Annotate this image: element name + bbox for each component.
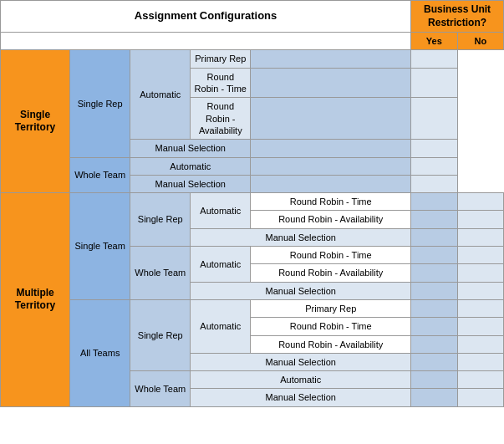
rr-avail-at-1: Round Robin - Availability bbox=[251, 335, 411, 353]
no-cell bbox=[457, 318, 503, 335]
whole-team-mt-cell: Whole Team bbox=[130, 247, 191, 300]
yes-cell bbox=[251, 98, 411, 140]
automatic-cell-1: Automatic bbox=[130, 50, 191, 140]
multiple-territory-cell: Multiple Territory bbox=[1, 193, 70, 407]
yes-cell bbox=[411, 264, 457, 282]
manual-sel-at-1: Manual Selection bbox=[191, 353, 411, 370]
yes-cell bbox=[251, 157, 411, 175]
no-cell bbox=[457, 299, 503, 317]
yes-cell bbox=[411, 389, 457, 406]
yes-cell bbox=[411, 318, 457, 335]
yes-cell bbox=[411, 353, 457, 370]
no-cell bbox=[457, 335, 503, 353]
yes-cell bbox=[251, 140, 411, 157]
no-cell bbox=[457, 353, 503, 370]
automatic-single-rep-at: Automatic bbox=[191, 299, 251, 353]
yes-header: Yes bbox=[411, 33, 457, 50]
yes-cell bbox=[411, 228, 457, 246]
no-cell bbox=[457, 193, 503, 211]
automatic-whole-team-at: Automatic bbox=[191, 371, 411, 389]
no-header: No bbox=[457, 33, 503, 50]
no-cell bbox=[411, 50, 457, 68]
yes-cell bbox=[411, 371, 457, 389]
no-cell bbox=[411, 98, 457, 140]
automatic-single-rep-mt: Automatic bbox=[191, 193, 251, 229]
all-teams-cell: All Teams bbox=[70, 299, 130, 406]
no-cell bbox=[457, 211, 503, 228]
rr-avail-mt-1: Round Robin - Availability bbox=[251, 211, 411, 228]
no-cell bbox=[457, 264, 503, 282]
manual-sel-whole-team-1: Manual Selection bbox=[130, 175, 251, 192]
assignment-config-table: Assignment Configurations Business Unit … bbox=[0, 0, 504, 407]
yes-cell bbox=[251, 50, 411, 68]
single-rep-cell: Single Rep bbox=[70, 50, 130, 157]
no-cell bbox=[457, 228, 503, 246]
rr-time-cell-1: Round Robin - Time bbox=[191, 68, 251, 98]
manual-sel-at-2: Manual Selection bbox=[191, 389, 411, 406]
no-cell bbox=[457, 389, 503, 406]
yes-cell bbox=[411, 282, 457, 299]
bur-header: Business Unit Restriction? bbox=[411, 1, 504, 33]
yes-cell bbox=[411, 299, 457, 317]
primary-rep-cell: Primary Rep bbox=[191, 50, 251, 68]
manual-sel-mt-2: Manual Selection bbox=[191, 282, 411, 299]
rr-avail-mt-2: Round Robin - Availability bbox=[251, 264, 411, 282]
single-rep-at-cell: Single Rep bbox=[130, 299, 191, 370]
automatic-whole-team-mt: Automatic bbox=[191, 247, 251, 283]
no-cell bbox=[411, 68, 457, 98]
no-cell bbox=[457, 371, 503, 389]
assignment-header: Assignment Configurations bbox=[1, 1, 411, 33]
rr-time-mt-1: Round Robin - Time bbox=[251, 193, 411, 211]
manual-sel-cell-1: Manual Selection bbox=[130, 140, 251, 157]
rr-time-at-1: Round Robin - Time bbox=[251, 318, 411, 335]
manual-sel-mt-1: Manual Selection bbox=[191, 228, 411, 246]
no-cell bbox=[411, 140, 457, 157]
whole-team-cell-1: Whole Team bbox=[70, 157, 130, 193]
no-cell bbox=[411, 175, 457, 192]
primary-rep-at: Primary Rep bbox=[251, 299, 411, 317]
rr-avail-cell-1: Round Robin - Availability bbox=[191, 98, 251, 140]
single-team-cell: Single Team bbox=[70, 193, 130, 300]
single-territory-cell: Single Territory bbox=[1, 50, 70, 193]
single-rep-mt-cell: Single Rep bbox=[130, 193, 191, 247]
automatic-whole-team-1: Automatic bbox=[130, 157, 251, 175]
whole-team-at-cell: Whole Team bbox=[130, 371, 191, 407]
rr-time-mt-2: Round Robin - Time bbox=[251, 247, 411, 264]
no-cell bbox=[457, 247, 503, 264]
yes-cell bbox=[251, 68, 411, 98]
yes-cell bbox=[411, 193, 457, 211]
no-cell bbox=[457, 282, 503, 299]
yes-cell bbox=[411, 211, 457, 228]
yes-cell bbox=[411, 247, 457, 264]
no-cell bbox=[411, 157, 457, 175]
yes-cell bbox=[251, 175, 411, 192]
yes-cell bbox=[411, 335, 457, 353]
